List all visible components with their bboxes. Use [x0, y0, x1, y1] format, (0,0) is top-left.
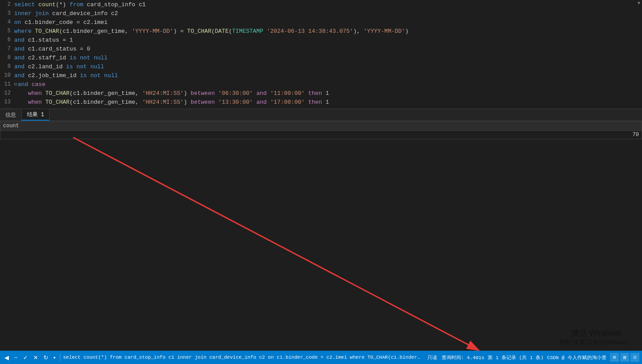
- line-content: when TO_CHAR(c1.binder_gen_time, 'HH24:M…: [14, 90, 642, 97]
- toolbar-check-btn[interactable]: ✓: [21, 353, 30, 362]
- editor-line: 8and c2.staff_id is not null: [0, 53, 642, 62]
- toolbar-back-btn[interactable]: ◀: [3, 353, 11, 362]
- toolbar-sql-preview: select count(*) from card_stop_info c1 i…: [63, 355, 423, 360]
- toolbar-icon-group: ⊞ ▤ ⊡: [610, 353, 639, 362]
- sql-editor[interactable]: 2select count(*) from card_stop_info c13…: [0, 0, 642, 109]
- table-row: 70: [0, 131, 642, 139]
- editor-line: 11⊟and case: [0, 80, 642, 89]
- editor-line: 10and c2.job_time_id is not null: [0, 71, 642, 80]
- result-value: 70: [0, 131, 642, 139]
- editor-line: 2select count(*) from card_stop_info c1: [0, 0, 642, 9]
- line-content: and c2.job_time_id is not null: [14, 72, 642, 79]
- collapse-icon[interactable]: ⊟: [14, 82, 17, 87]
- editor-line: 9and c2.land_id is not null: [0, 62, 642, 71]
- line-number: 2: [2, 1, 14, 8]
- scroll-arrow-icon: ▼: [638, 1, 640, 6]
- line-number: 6: [2, 37, 14, 43]
- results-area: count 70: [0, 121, 642, 139]
- line-number: 9: [2, 63, 14, 70]
- line-content: where TO_CHAR(c1.binder_gen_time, 'YYYY-…: [14, 28, 642, 35]
- line-content: and c2.staff_id is not null: [14, 55, 642, 61]
- line-number: 12: [2, 90, 14, 96]
- toolbar-refresh-btn[interactable]: ↻: [42, 353, 50, 362]
- toolbar-sep1: [60, 353, 60, 361]
- result-table: count 70: [0, 121, 642, 139]
- editor-line: 3inner join card_device_info c2: [0, 9, 642, 18]
- line-content: inner join card_device_info c2: [14, 10, 642, 17]
- annotation-arrow-line: [73, 137, 479, 350]
- editor-line: 14 else 0: [0, 106, 642, 109]
- line-number: 10: [2, 72, 14, 78]
- toolbar-readonly-label: 只读: [425, 354, 440, 361]
- editor-line: 6and c1.status = 1: [0, 35, 642, 44]
- line-number: 3: [2, 10, 14, 16]
- tab-info[interactable]: 信息: [0, 109, 22, 121]
- line-content: else 0: [14, 108, 642, 109]
- line-number: 4: [2, 19, 14, 25]
- editor-line: 7and c1.card_status = 0: [0, 44, 642, 53]
- line-content: when TO_CHAR(c1.binder_gen_time, 'HH24:M…: [14, 99, 642, 106]
- line-content: on c1.binder_code = c2.imei: [14, 19, 642, 26]
- line-number: 5: [2, 28, 14, 34]
- toolbar-brand: CSDN @ 今人作赋的淘小查: [547, 354, 607, 361]
- line-content: and c1.status = 1: [14, 37, 642, 43]
- toolbar-icon-1[interactable]: ⊞: [610, 353, 619, 362]
- toolbar-minus-btn[interactable]: −: [12, 353, 20, 362]
- windows-activation: 激活 Windows 转到"设置"以激活Windows。: [560, 328, 633, 346]
- editor-line: 5where TO_CHAR(c1.binder_gen_time, 'YYYY…: [0, 27, 642, 35]
- toolbar-x-btn[interactable]: ✕: [31, 353, 40, 362]
- line-number: 8: [2, 55, 14, 61]
- toolbar-record-info: 第 1 条记录 (共 1 条): [488, 354, 543, 361]
- line-content: and case: [18, 81, 642, 88]
- result-tab-bar: 信息 结果 1: [0, 109, 642, 121]
- scroll-indicator: ▼: [636, 0, 642, 109]
- toolbar-stop-btn[interactable]: ▪: [52, 353, 58, 362]
- bottom-toolbar: ◀ − ✓ ✕ ↻ ▪ select count(*) from card_st…: [0, 351, 642, 364]
- line-content: and c2.land_id is not null: [14, 63, 642, 70]
- windows-activation-title: 激活 Windows: [560, 328, 633, 338]
- toolbar-icon-3[interactable]: ⊡: [630, 353, 639, 362]
- editor-line: 12 when TO_CHAR(c1.binder_gen_time, 'HH2…: [0, 89, 642, 98]
- windows-activation-subtitle: 转到"设置"以激活Windows。: [560, 338, 633, 346]
- editor-line: 4on c1.binder_code = c2.imei: [0, 18, 642, 27]
- line-number: 13: [2, 99, 14, 105]
- toolbar-icon-2[interactable]: ▤: [620, 353, 629, 362]
- tab-results[interactable]: 结果 1: [22, 109, 50, 121]
- line-number: 11: [2, 81, 14, 87]
- line-number: 7: [2, 46, 14, 52]
- toolbar-query-time: 查询时间: 4.401s: [442, 354, 485, 361]
- line-number: 14: [2, 108, 14, 109]
- line-content: select count(*) from card_stop_info c1: [14, 1, 642, 8]
- line-content: and c1.card_status = 0: [14, 46, 642, 52]
- toolbar-right-section: 查询时间: 4.401s 第 1 条记录 (共 1 条) CSDN @ 今人作赋…: [442, 353, 639, 362]
- column-header-count: count: [0, 121, 642, 131]
- editor-line: 13 when TO_CHAR(c1.binder_gen_time, 'HH2…: [0, 98, 642, 106]
